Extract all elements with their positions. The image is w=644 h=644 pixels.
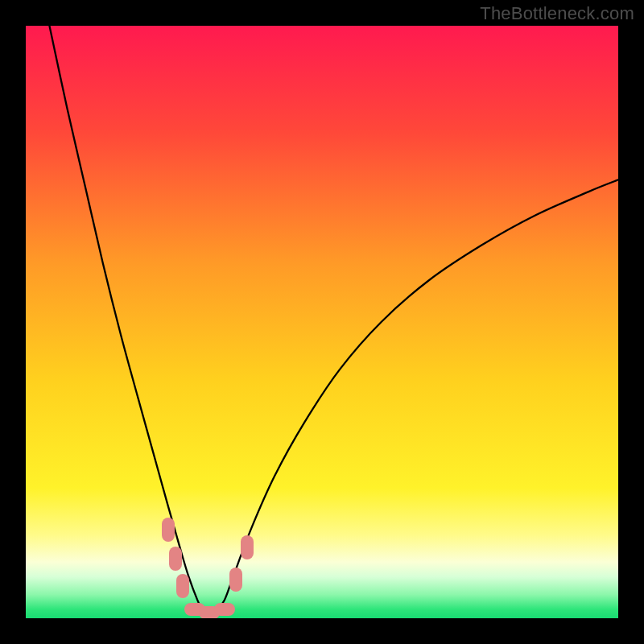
curve-marker bbox=[162, 518, 175, 542]
curve-marker bbox=[241, 535, 254, 559]
curve-marker bbox=[169, 547, 182, 571]
curve-marker bbox=[214, 603, 235, 616]
curve-marker bbox=[176, 574, 189, 598]
bottleneck-curve bbox=[26, 26, 618, 618]
chart-frame: TheBottleneck.com bbox=[0, 0, 644, 644]
plot-area bbox=[26, 26, 618, 618]
curve-marker bbox=[229, 568, 242, 592]
watermark-text: TheBottleneck.com bbox=[480, 3, 634, 24]
